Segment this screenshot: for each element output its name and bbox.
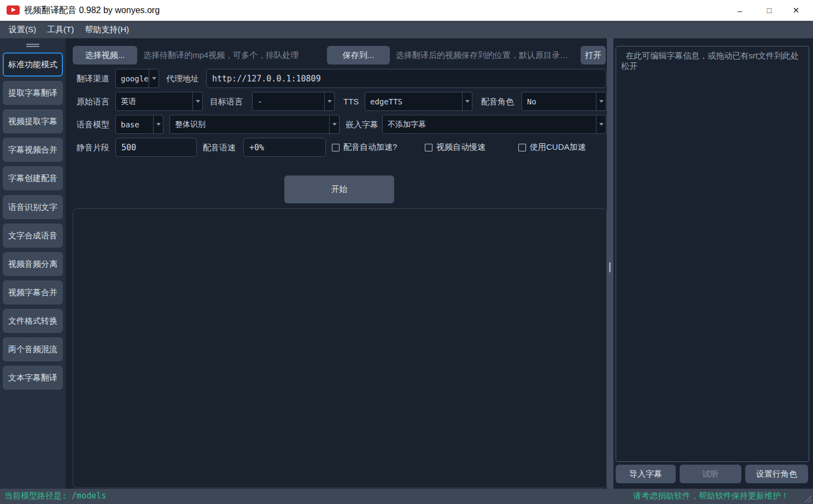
proxy-input[interactable]: [206, 69, 606, 88]
sidebar-item-speech-to-text[interactable]: 语音识别文字: [3, 195, 63, 219]
voice-role-select[interactable]: No: [522, 92, 606, 111]
sidebar: 标准功能模式 提取字幕翻译 视频提取字幕 字幕视频合并 字幕创建配音 语音识别文…: [0, 38, 66, 489]
target-lang-label: 目标语言: [210, 92, 243, 111]
translate-channel-select[interactable]: google: [115, 69, 159, 88]
speech-rate-input[interactable]: [243, 138, 326, 157]
checkbox-label: 配音自动加速?: [343, 142, 397, 153]
sidebar-item-text-subtitle-translate[interactable]: 文本字幕翻译: [3, 366, 63, 390]
set-line-role-button[interactable]: 设置行角色: [745, 465, 808, 483]
minimize-button[interactable]: –: [727, 0, 752, 21]
translate-channel-label: 翻译渠道: [77, 69, 109, 88]
menu-tools[interactable]: 工具(T): [43, 22, 78, 37]
start-button[interactable]: 开始: [284, 175, 394, 203]
recognition-mode-select[interactable]: 整体识别: [169, 115, 340, 134]
chevron-down-icon: [149, 69, 159, 87]
sidebar-item-subtitle-video-merge[interactable]: 字幕视频合并: [3, 138, 63, 162]
open-button[interactable]: 打开: [581, 46, 606, 65]
checkbox-label: 视频自动慢速: [436, 142, 486, 153]
checkbox-icon: [332, 144, 340, 151]
recognition-mode-value: 整体识别: [170, 115, 329, 133]
save-to-hint: 选择翻译后的视频保存到的位置，默认原目录…: [396, 46, 568, 65]
checkbox-label: 使用CUDA加速: [530, 142, 586, 153]
import-subtitle-button[interactable]: 导入字幕: [616, 465, 676, 483]
silence-input[interactable]: [115, 138, 197, 157]
menu-help[interactable]: 帮助支持(H): [80, 22, 133, 37]
speech-rate-label: 配音语速: [203, 138, 236, 157]
target-lang-select[interactable]: -: [252, 92, 335, 111]
checkbox-use-cuda[interactable]: 使用CUDA加速: [518, 138, 586, 157]
sidebar-item-subtitle-create-dub[interactable]: 字幕创建配音: [3, 166, 63, 190]
voice-role-value: No: [522, 92, 596, 110]
sidebar-item-video-audio-separate[interactable]: 视频音频分离: [3, 252, 63, 276]
checkbox-icon: [425, 144, 432, 151]
source-lang-select[interactable]: 英语: [115, 92, 203, 111]
chevron-down-icon: [192, 92, 202, 110]
sidebar-item-text-to-speech[interactable]: 文字合成语音: [3, 224, 63, 248]
sidebar-item-standard-mode[interactable]: 标准功能模式: [3, 52, 63, 77]
speech-model-select[interactable]: base: [115, 115, 163, 134]
sidebar-item-video-extract-subtitle[interactable]: 视频提取字幕: [3, 109, 63, 133]
chevron-down-icon: [329, 115, 339, 133]
speech-model-label: 语音模型: [77, 115, 109, 134]
embed-subtitle-label: 嵌入字幕: [346, 115, 378, 134]
window-title: 视频翻译配音 0.982 by wonyes.org: [24, 5, 160, 16]
embed-subtitle-select[interactable]: 不添加字幕: [382, 115, 606, 134]
translate-channel-value: google: [116, 69, 149, 87]
chevron-down-icon: [596, 115, 606, 133]
silence-label: 静音片段: [77, 138, 109, 157]
maximize-button[interactable]: □: [757, 0, 782, 21]
sidebar-item-two-audio-mix[interactable]: 两个音频混流: [3, 337, 63, 361]
donate-hint: 请考虑捐助软件，帮助软件保持更新维护！: [633, 491, 789, 501]
splitter-grip-icon: [609, 262, 611, 272]
checkbox-video-auto-slowdown[interactable]: 视频自动慢速: [425, 138, 486, 157]
status-bar: 当前模型路径是: /models 请考虑捐助软件，帮助软件保持更新维护！: [0, 489, 813, 504]
panel-splitter[interactable]: [607, 38, 613, 489]
menu-settings[interactable]: 设置(S): [4, 22, 40, 37]
sidebar-item-extract-subtitle-translate[interactable]: 提取字幕翻译: [3, 81, 63, 105]
select-video-hint: 选择待翻译的mp4视频，可多个，排队处理: [143, 46, 299, 65]
chevron-down-icon: [596, 92, 606, 110]
resize-grip-icon[interactable]: [804, 495, 811, 502]
checkbox-icon: [518, 144, 526, 151]
tts-label: TTS: [343, 92, 359, 111]
checkbox-dub-auto-speedup[interactable]: 配音自动加速?: [332, 138, 397, 157]
preview-listen-button[interactable]: 试听: [680, 465, 741, 483]
subtitle-panel: 导入字幕 试听 设置行角色: [613, 38, 813, 489]
subtitle-editor[interactable]: [616, 46, 809, 462]
voice-role-label: 配音角色: [481, 92, 514, 111]
chevron-down-icon: [462, 92, 472, 110]
tts-select[interactable]: edgeTTS: [365, 92, 472, 111]
app-window: 视频翻译配音 0.982 by wonyes.org – □ ✕ 设置(S) 工…: [0, 0, 813, 504]
speech-model-value: base: [116, 115, 153, 133]
source-lang-label: 原始语言: [77, 92, 109, 111]
model-path-status: 当前模型路径是: /models: [4, 491, 106, 501]
proxy-label: 代理地址: [166, 69, 199, 88]
sidebar-item-video-subtitle-merge[interactable]: 视频字幕合并: [3, 280, 63, 304]
menu-bar: 设置(S) 工具(T) 帮助支持(H): [0, 21, 813, 38]
embed-subtitle-value: 不添加字幕: [383, 115, 596, 133]
save-to-button[interactable]: 保存到...: [327, 46, 390, 65]
chevron-down-icon: [153, 115, 163, 133]
chevron-down-icon: [324, 92, 334, 110]
sidebar-drag-handle-icon[interactable]: [26, 44, 39, 48]
close-button[interactable]: ✕: [783, 0, 809, 21]
sidebar-item-file-format-convert[interactable]: 文件格式转换: [3, 309, 63, 333]
title-bar: 视频翻译配音 0.982 by wonyes.org – □ ✕: [0, 0, 813, 21]
source-lang-value: 英语: [116, 92, 192, 110]
log-output-area[interactable]: [73, 208, 607, 488]
app-logo-icon: [7, 5, 20, 15]
target-lang-value: -: [253, 92, 324, 110]
select-video-button[interactable]: 选择视频...: [73, 46, 137, 65]
tts-value: edgeTTS: [365, 92, 462, 110]
